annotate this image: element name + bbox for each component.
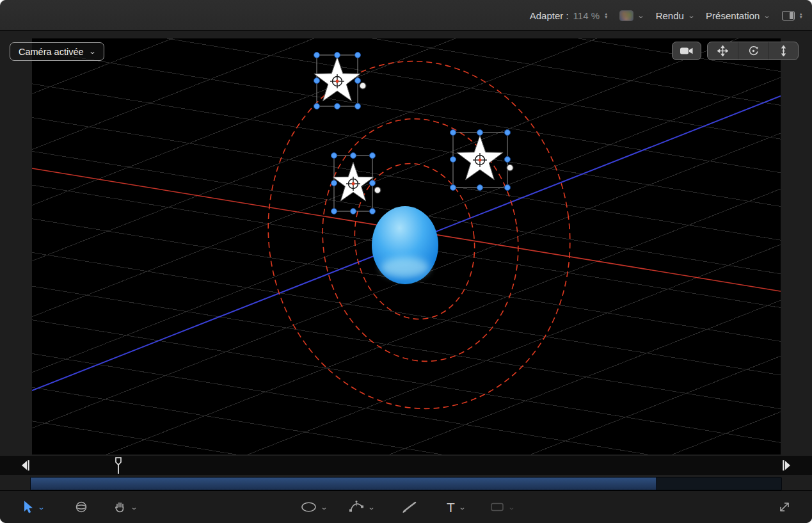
color-swatch[interactable] bbox=[619, 10, 633, 21]
stepper-icon[interactable]: ▲ ▼ bbox=[604, 12, 608, 19]
view-controls bbox=[672, 42, 799, 60]
rotation-handle[interactable] bbox=[507, 165, 513, 171]
stepper-icon[interactable]: ▲ ▼ bbox=[799, 12, 803, 19]
star-object-1[interactable] bbox=[314, 52, 367, 109]
canvas-viewport[interactable] bbox=[32, 38, 781, 455]
star-object-2[interactable] bbox=[331, 153, 381, 214]
render-menu[interactable]: Rendu ⌄ bbox=[656, 10, 694, 21]
select-arrow-icon bbox=[23, 501, 34, 514]
transform-3d-icon bbox=[74, 501, 88, 513]
orbit-view-button[interactable] bbox=[738, 42, 768, 60]
toolbar-right-cluster: Adapter : 114 % ▲ ▼ ⌄ Rendu ⌄ Présentati… bbox=[530, 0, 803, 31]
bezier-icon bbox=[349, 501, 364, 514]
color-swatch-control[interactable]: ⌄ bbox=[619, 10, 644, 21]
pan-icon bbox=[717, 45, 728, 56]
motion-window: Adapter : 114 % ▲ ▼ ⌄ Rendu ⌄ Présentati… bbox=[0, 0, 812, 523]
in-point-marker[interactable] bbox=[21, 458, 31, 472]
hand-icon bbox=[114, 501, 127, 513]
chevron-down-icon: ⌄ bbox=[508, 503, 516, 511]
canvas-toolbar: Adapter : 114 % ▲ ▼ ⌄ Rendu ⌄ Présentati… bbox=[0, 0, 812, 31]
out-point-marker[interactable] bbox=[781, 458, 791, 472]
orbit-icon bbox=[748, 45, 759, 56]
rotation-handle[interactable] bbox=[360, 83, 366, 89]
pan-view-button[interactable] bbox=[708, 42, 738, 60]
expand-icon bbox=[778, 501, 791, 513]
zoom-control[interactable]: Adapter : 114 % ▲ ▼ bbox=[530, 10, 609, 21]
camera-active-button[interactable]: Caméra activée ⌄ bbox=[10, 42, 104, 61]
camera-active-label: Caméra activée bbox=[19, 47, 84, 57]
rotation-handle[interactable] bbox=[374, 187, 381, 193]
workspace: Caméra activée ⌄ bbox=[0, 31, 812, 523]
chevron-down-icon: ⌄ bbox=[88, 47, 96, 56]
pan-tool[interactable]: ⌄ bbox=[114, 501, 137, 513]
star-object-3[interactable] bbox=[450, 130, 514, 191]
paint-stroke-tool[interactable] bbox=[402, 501, 417, 513]
ellipse-icon bbox=[301, 502, 317, 513]
paint-stroke-icon bbox=[402, 501, 417, 513]
chevron-down-icon: ⌄ bbox=[637, 12, 645, 20]
chevron-down-icon[interactable]: ⌄ bbox=[321, 503, 328, 511]
bezier-tool[interactable]: ⌄ bbox=[349, 501, 374, 514]
transform-3d-tool[interactable] bbox=[74, 501, 88, 513]
chevron-down-icon[interactable]: ⌄ bbox=[368, 503, 376, 511]
stepper-down-icon: ▼ bbox=[604, 15, 608, 19]
chevron-down-icon[interactable]: ⌄ bbox=[458, 503, 466, 511]
stepper-down-icon: ▼ bbox=[799, 15, 803, 19]
zoom-mode-label: Adapter : bbox=[530, 10, 569, 21]
toolbar: ⌄ ⌄ ⌄ bbox=[0, 490, 812, 523]
rectangle-tool-disabled: ⌄ bbox=[490, 502, 514, 512]
rectangle-icon bbox=[490, 502, 504, 512]
timeline-track[interactable] bbox=[0, 456, 812, 475]
chevron-down-icon: ⌄ bbox=[688, 12, 696, 20]
camera-move-tools bbox=[707, 42, 799, 60]
camera-view-button[interactable] bbox=[672, 42, 701, 60]
text-tool[interactable]: T ⌄ bbox=[447, 501, 465, 514]
ellipse-tool[interactable]: ⌄ bbox=[301, 502, 327, 513]
dolly-view-button[interactable] bbox=[768, 42, 798, 60]
dolly-icon bbox=[778, 45, 789, 56]
timeline-region[interactable] bbox=[31, 478, 657, 490]
timeline-minimap[interactable] bbox=[30, 477, 782, 490]
render-menu-label: Rendu bbox=[656, 10, 684, 21]
select-tool[interactable]: ⌄ bbox=[23, 501, 44, 514]
sphere-object[interactable] bbox=[372, 206, 438, 284]
expand-canvas-button[interactable] bbox=[778, 501, 791, 513]
playhead-marker[interactable] bbox=[114, 456, 123, 474]
chevron-down-icon[interactable]: ⌄ bbox=[38, 503, 45, 511]
window-layout-icon bbox=[782, 11, 795, 20]
layout-control[interactable]: ▲ ▼ bbox=[782, 11, 803, 20]
text-tool-icon: T bbox=[447, 501, 455, 514]
video-camera-icon bbox=[680, 46, 694, 56]
scene-3d bbox=[32, 38, 781, 455]
chevron-down-icon[interactable]: ⌄ bbox=[131, 503, 138, 511]
zoom-value: 114 % bbox=[573, 10, 600, 21]
chevron-down-icon: ⌄ bbox=[763, 12, 771, 20]
presentation-menu-label: Présentation bbox=[706, 10, 760, 21]
presentation-menu[interactable]: Présentation ⌄ bbox=[706, 10, 770, 21]
